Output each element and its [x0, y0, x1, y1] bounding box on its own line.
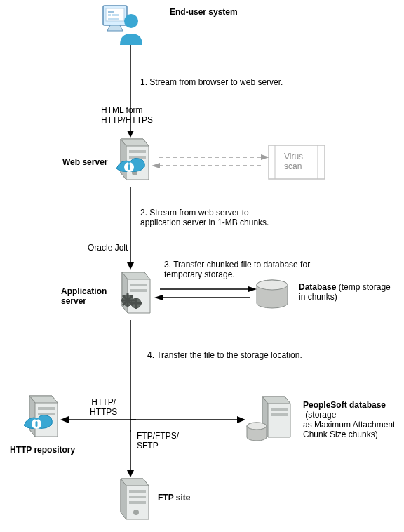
- svg-rect-48: [38, 413, 55, 415]
- svg-marker-44: [237, 416, 245, 423]
- svg-rect-9: [129, 150, 146, 153]
- step-4: 4. Transfer the file to the storage loca…: [147, 350, 302, 360]
- database-icon: [255, 279, 289, 310]
- svg-rect-57: [129, 496, 146, 498]
- svg-point-55: [247, 423, 267, 430]
- edge-jolt: Oracle Jolt: [88, 243, 128, 253]
- svg-marker-8: [127, 131, 134, 138]
- database-label: Database (temp storage in chunks): [299, 282, 391, 302]
- ps-db-name: PeopleSoft database: [303, 400, 386, 410]
- step-2: 2. Stream from web server to application…: [140, 208, 269, 227]
- edge-http: HTTP/ HTTPS: [90, 397, 117, 417]
- svg-point-59: [133, 510, 139, 515]
- svg-rect-58: [129, 501, 146, 504]
- svg-point-35: [257, 280, 288, 290]
- svg-rect-2: [108, 11, 114, 13]
- arrow-enduser-webserver: [123, 45, 137, 138]
- arrow-webserver-appserver: [123, 187, 137, 270]
- svg-rect-5: [108, 18, 119, 20]
- end-user-icon: [102, 4, 144, 46]
- ftp-site-label: FTP site: [158, 493, 190, 503]
- svg-point-6: [124, 14, 138, 28]
- web-server-label: Web server: [62, 157, 107, 167]
- ftp-site-icon: [112, 477, 152, 526]
- svg-marker-19: [261, 154, 269, 160]
- svg-marker-46: [127, 470, 134, 477]
- svg-marker-23: [127, 262, 134, 270]
- svg-rect-47: [38, 407, 55, 410]
- app-server-icon: [112, 270, 154, 320]
- svg-rect-53: [271, 413, 288, 416]
- svg-point-14: [128, 161, 130, 164]
- svg-rect-25: [130, 289, 147, 292]
- arrow-to-psdb: [130, 413, 245, 427]
- svg-point-51: [35, 418, 38, 420]
- svg-rect-24: [130, 284, 147, 286]
- step-3: 3. Transfer chunked file to database for…: [164, 260, 310, 279]
- step-1: 1. Stream from browser to web server.: [140, 77, 283, 87]
- http-repo-label: HTTP repository: [10, 445, 75, 455]
- virus-scan-label: Virus scan: [284, 152, 303, 171]
- svg-rect-13: [128, 164, 130, 170]
- arrow-appserver-database: [154, 285, 257, 302]
- ps-db-icon: [245, 394, 297, 444]
- arrow-webserver-virusscan: [152, 153, 269, 170]
- http-repo-icon: [21, 394, 60, 444]
- svg-marker-21: [152, 163, 160, 168]
- svg-marker-37: [248, 286, 257, 292]
- arrow-to-ftpsite: [123, 430, 137, 477]
- svg-marker-39: [154, 295, 163, 300]
- ps-db-label: PeopleSoft database (storage as Maximum …: [303, 400, 404, 439]
- app-server-label: Application server: [61, 286, 107, 306]
- svg-marker-42: [60, 416, 69, 423]
- database-name: Database: [299, 282, 336, 292]
- svg-rect-56: [129, 490, 146, 493]
- edge-ftp: FTP/FTPS/ SFTP: [137, 431, 179, 451]
- end-user-label: End-user system: [170, 7, 238, 17]
- ps-db-note: (storage as Maximum Attachment Chunk Siz…: [303, 410, 395, 439]
- svg-rect-3: [108, 14, 111, 16]
- web-server-icon: [112, 138, 152, 187]
- svg-rect-4: [112, 14, 119, 16]
- svg-rect-52: [271, 408, 288, 411]
- svg-rect-50: [36, 421, 38, 427]
